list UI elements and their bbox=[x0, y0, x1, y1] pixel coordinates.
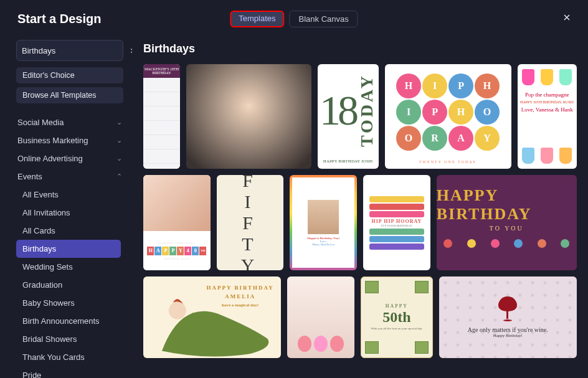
subcat-pride[interactable]: Pride bbox=[16, 366, 121, 378]
tab-templates[interactable]: Templates bbox=[230, 11, 284, 27]
wine-icon bbox=[498, 296, 517, 321]
chevron-down-icon: ⌄ bbox=[116, 136, 122, 144]
category-social-media[interactable]: Social Media⌄ bbox=[16, 113, 123, 131]
editors-choice-button[interactable]: Editor's Choice bbox=[16, 67, 123, 83]
modal-title: Start a Design bbox=[17, 12, 101, 26]
subcat-birth-announcements[interactable]: Birth Announcements bbox=[16, 312, 121, 330]
template-card[interactable]: HAPPY FIFTIETH FIFTY BIRTHDAY STEVE LOVE… bbox=[217, 175, 284, 270]
template-card[interactable]: Age only matters if you're wine. Happy B… bbox=[439, 276, 577, 358]
template-card[interactable]: MACKENZIE'S 18TH BIRTHDAY bbox=[143, 64, 180, 169]
chevron-down-icon: ⌄ bbox=[116, 154, 122, 163]
template-card[interactable]: WARMEST WISHES FOR A HAPPY40TH BIRTHDAY,… bbox=[143, 175, 211, 270]
subcat-all-invitations[interactable]: All Invitations bbox=[16, 204, 121, 222]
subcat-all-cards[interactable]: All Cards bbox=[16, 222, 121, 240]
template-card[interactable] bbox=[287, 276, 354, 358]
search-field[interactable] bbox=[16, 40, 123, 61]
subcat-graduation[interactable]: Graduation bbox=[16, 276, 121, 294]
sidebar: Editor's Choice Browse All Templates Soc… bbox=[0, 35, 132, 378]
category-events[interactable]: Events⌃ bbox=[16, 168, 123, 186]
template-card[interactable]: HAPPY BIRTHDAY AMELIAhave a magical day! bbox=[143, 276, 281, 358]
card-badge: MACKENZIE'S 18TH BIRTHDAY bbox=[143, 64, 180, 78]
hiphip-dots: HIPHIP HOORAY bbox=[385, 64, 511, 160]
chevron-up-icon: ⌃ bbox=[116, 172, 122, 181]
close-icon bbox=[562, 12, 572, 22]
category-list: Social Media⌄ Business Marketing⌄ Online… bbox=[16, 113, 123, 378]
close-button[interactable] bbox=[559, 10, 574, 25]
start-design-modal: Start a Design Templates Blank Canvas Ed… bbox=[0, 0, 588, 378]
mermaid-icon bbox=[143, 276, 281, 358]
modal-header: Start a Design Templates Blank Canvas bbox=[0, 0, 588, 35]
category-online-advertising[interactable]: Online Advertising⌄ bbox=[16, 149, 123, 168]
template-card[interactable]: 18 TODAY HAPPY BIRTHDAY JOSH! bbox=[318, 64, 378, 169]
search-input[interactable] bbox=[22, 46, 126, 55]
browse-all-button[interactable]: Browse All Templates bbox=[16, 87, 123, 103]
subcat-birthdays[interactable]: Birthdays bbox=[16, 240, 121, 258]
template-card[interactable]: HAPPY BIRTHDAY TO YOU bbox=[437, 175, 577, 270]
subcat-thank-you-cards[interactable]: Thank You Cards bbox=[16, 348, 121, 366]
clear-search-button[interactable] bbox=[126, 47, 132, 55]
view-tabs: Templates Blank Canvas bbox=[230, 11, 358, 27]
tab-blank-canvas[interactable]: Blank Canvas bbox=[290, 11, 358, 27]
subcat-wedding-sets[interactable]: Wedding Sets bbox=[16, 258, 121, 276]
template-card[interactable]: HIP HIP HOORAY IT'S YOUR BIRTHDAY bbox=[363, 175, 430, 270]
subcat-all-events[interactable]: All Events bbox=[16, 186, 121, 204]
chevron-down-icon: ⌄ bbox=[116, 118, 122, 126]
template-card[interactable]: Happiest Birthday, Noa! Love, Mom, Dad &… bbox=[290, 175, 357, 270]
svg-point-1 bbox=[169, 302, 186, 319]
template-gallery[interactable]: Birthdays MACKENZIE'S 18TH BIRTHDAY 18 T… bbox=[132, 35, 588, 378]
subcat-bridal-showers[interactable]: Bridal Showers bbox=[16, 330, 121, 348]
gallery-title: Birthdays bbox=[143, 42, 577, 55]
category-business-marketing[interactable]: Business Marketing⌄ bbox=[16, 131, 123, 149]
template-card[interactable]: Pop the champagne HAPPY 30TH BIRTHDAY, R… bbox=[518, 64, 577, 169]
template-card[interactable]: HIPHIP HOORAY TWENTY ONE TODAY bbox=[385, 64, 511, 169]
subcat-baby-showers[interactable]: Baby Showers bbox=[16, 294, 121, 312]
template-card[interactable] bbox=[186, 64, 311, 169]
template-card[interactable]: HAPPY 50th Wish you all the best on your… bbox=[361, 276, 433, 358]
